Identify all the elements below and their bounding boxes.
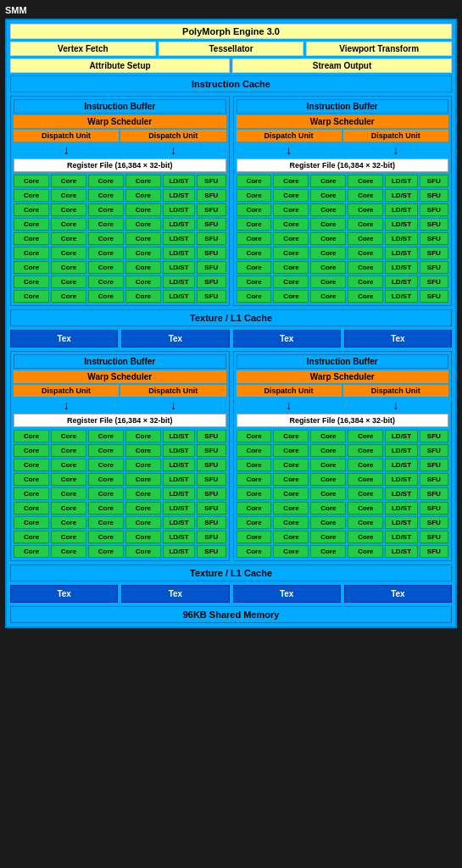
vertex-fetch: Vertex Fetch <box>10 42 156 56</box>
sfu-cell: SFU <box>420 430 448 442</box>
sfu-cell: SFU <box>197 516 225 529</box>
core-cell: Core <box>125 247 161 259</box>
core-cell: Core <box>237 261 272 274</box>
core-cell: Core <box>273 444 309 457</box>
core-cell: Core <box>273 487 309 500</box>
dispatch-unit-2b: Dispatch Unit <box>343 130 448 142</box>
tex-row-bottom: Tex Tex Tex Tex <box>10 585 452 603</box>
ldst-cell: LD/ST <box>163 203 195 216</box>
core-cell: Core <box>310 487 346 500</box>
core-cell: Core <box>310 459 346 471</box>
core-cell: Core <box>51 261 86 274</box>
instruction-cache-bar: Instruction Cache <box>10 75 452 92</box>
core-cell: Core <box>88 473 124 486</box>
core-cell: Core <box>310 545 346 558</box>
ldst-cell: LD/ST <box>385 531 417 543</box>
core-cell: Core <box>310 516 346 529</box>
shared-memory-bar: 96KB Shared Memory <box>10 606 452 623</box>
register-file-4: Register File (16,384 × 32-bit) <box>237 414 449 427</box>
core-cell: Core <box>88 203 124 216</box>
ldst-cell: LD/ST <box>385 516 417 529</box>
smm-label: SMM <box>5 5 457 15</box>
ws-4: Warp Scheduler <box>237 370 449 383</box>
ldst-cell: LD/ST <box>163 290 195 303</box>
core-row: Core Core Core Core LD/ST SFU <box>14 444 226 457</box>
core-cell: Core <box>237 487 272 500</box>
core-row: Core Core Core Core LD/ST SFU <box>237 203 449 216</box>
core-cell: Core <box>14 232 49 245</box>
ws-2: Warp Scheduler <box>237 115 449 128</box>
core-cell: Core <box>273 531 309 543</box>
core-row: Core Core Core Core LD/ST SFU <box>237 502 449 515</box>
ws-3: Warp Scheduler <box>14 370 226 383</box>
core-cell: Core <box>273 430 309 442</box>
core-cell: Core <box>125 261 161 274</box>
core-cell: Core <box>14 203 49 216</box>
core-cell: Core <box>125 203 161 216</box>
core-row: Core Core Core Core LD/ST SFU <box>237 516 449 529</box>
core-cell: Core <box>88 290 124 303</box>
ldst-cell: LD/ST <box>163 218 195 231</box>
arrow-4b: ↓ <box>343 398 448 412</box>
core-cell: Core <box>237 516 272 529</box>
core-cell: Core <box>88 247 124 259</box>
sm-block-1: Instruction Buffer Warp Scheduler Dispat… <box>10 96 230 306</box>
core-cell: Core <box>348 247 383 259</box>
core-cell: Core <box>348 175 383 187</box>
core-row: Core Core Core Core LD/ST SFU <box>237 275 449 288</box>
core-cell: Core <box>348 232 383 245</box>
core-cell: Core <box>237 175 272 187</box>
core-cell: Core <box>273 502 309 515</box>
ldst-cell: LD/ST <box>385 261 417 274</box>
core-row: Core Core Core Core LD/ST SFU <box>14 218 226 231</box>
core-cell: Core <box>348 531 383 543</box>
dispatch-unit-3a: Dispatch Unit <box>14 385 119 397</box>
core-cell: Core <box>51 189 86 202</box>
sfu-cell: SFU <box>420 232 448 245</box>
ldst-cell: LD/ST <box>385 430 417 442</box>
sfu-cell: SFU <box>420 459 448 471</box>
dispatch-unit-1b: Dispatch Unit <box>120 130 225 142</box>
stream-output: Stream Output <box>232 58 452 73</box>
sfu-cell: SFU <box>197 203 225 216</box>
tex-cell-7: Tex <box>233 585 341 603</box>
core-cell: Core <box>88 275 124 288</box>
core-row: Core Core Core Core LD/ST SFU <box>237 290 449 303</box>
core-cell: Core <box>88 261 124 274</box>
ldst-cell: LD/ST <box>385 189 417 202</box>
core-cell: Core <box>51 531 86 543</box>
core-cell: Core <box>348 290 383 303</box>
sfu-cell: SFU <box>420 247 448 259</box>
viewport-transform: Viewport Transform <box>306 42 452 56</box>
core-cell: Core <box>88 459 124 471</box>
core-cell: Core <box>348 275 383 288</box>
core-row: Core Core Core Core LD/ST SFU <box>237 459 449 471</box>
cores-grid-2: Core Core Core Core LD/ST SFU Core Core … <box>237 175 449 303</box>
arrow-row-4: ↓ ↓ <box>237 398 449 412</box>
top-sm-container: Instruction Buffer Warp Scheduler Dispat… <box>10 96 452 306</box>
core-cell: Core <box>125 232 161 245</box>
bottom-sm-container: Instruction Buffer Warp Scheduler Dispat… <box>10 351 452 561</box>
core-row: Core Core Core Core LD/ST SFU <box>14 232 226 245</box>
core-cell: Core <box>51 290 86 303</box>
core-cell: Core <box>51 175 86 187</box>
core-cell: Core <box>51 247 86 259</box>
core-cell: Core <box>14 290 49 303</box>
ldst-cell: LD/ST <box>385 232 417 245</box>
ib-2: Instruction Buffer <box>237 99 449 114</box>
core-cell: Core <box>125 502 161 515</box>
core-cell: Core <box>273 218 309 231</box>
arrow-3a: ↓ <box>14 398 119 412</box>
core-row: Core Core Core Core LD/ST SFU <box>14 189 226 202</box>
sfu-cell: SFU <box>197 232 225 245</box>
core-cell: Core <box>273 275 309 288</box>
sfu-cell: SFU <box>197 261 225 274</box>
core-cell: Core <box>88 444 124 457</box>
cores-grid-4: Core Core Core Core LD/ST SFU Core Core … <box>237 430 449 558</box>
tex-row-top: Tex Tex Tex Tex <box>10 330 452 348</box>
arrow-row-2: ↓ ↓ <box>237 143 449 157</box>
core-row: Core Core Core Core LD/ST SFU <box>14 473 226 486</box>
arrow-3b: ↓ <box>120 398 225 412</box>
sfu-cell: SFU <box>197 459 225 471</box>
core-cell: Core <box>237 247 272 259</box>
